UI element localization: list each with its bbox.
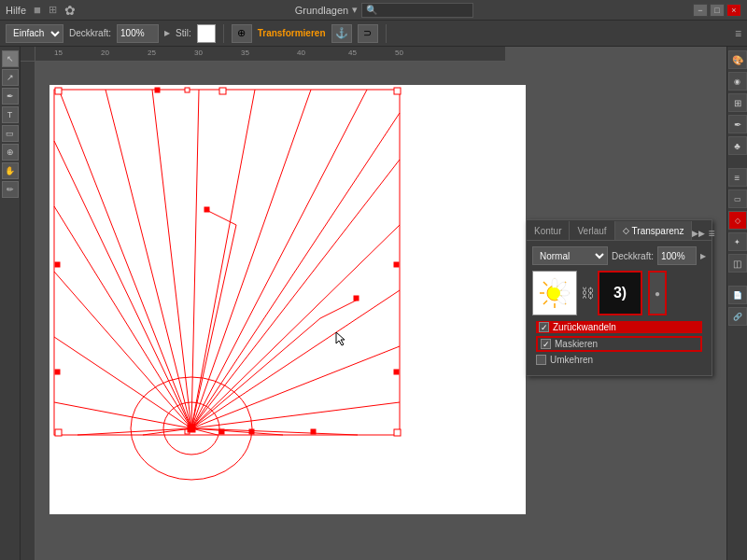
transparenz-icon: ◇ (623, 226, 629, 235)
anchor-btn[interactable]: ⚓ (331, 24, 352, 43)
svg-line-10 (191, 160, 400, 428)
svg-line-55 (543, 282, 547, 286)
grid-icon[interactable]: ⊞ (728, 93, 747, 112)
title-bar-right: − □ × (693, 4, 741, 17)
mask-extra-btn[interactable]: ● (648, 271, 667, 315)
workspace-arrow[interactable]: ▾ (352, 4, 358, 16)
maskieren-checkbox[interactable]: ✓ (541, 339, 551, 349)
svg-rect-38 (394, 262, 399, 267)
zurueckwandeln-checkbox[interactable]: ✓ (539, 322, 549, 332)
transform-icon-btn[interactable]: ⊕ (232, 24, 252, 43)
mode-select[interactable]: Einfach (6, 24, 63, 43)
chain-link[interactable]: ⛓ (581, 286, 594, 301)
align-icon[interactable]: ≡ (728, 168, 747, 187)
color-palette-icon[interactable]: 🎨 (728, 50, 747, 69)
ruler-corner (21, 47, 35, 62)
hilfe-menu[interactable]: Hilfe (6, 5, 26, 16)
svg-line-24 (54, 141, 191, 428)
blend-opacity-row: Normal Deckkraft: ▶ (532, 246, 706, 265)
svg-rect-29 (55, 88, 62, 94)
zurueckwandeln-row: ✓ Zurückwandeln (536, 321, 702, 333)
main-layout: ↖ ↗ ✒ T ▭ ⊕ ✋ ✏ 15 20 25 30 35 40 45 50 (0, 47, 747, 560)
svg-line-19 (78, 428, 191, 435)
svg-line-20 (54, 402, 191, 428)
svg-rect-33 (394, 429, 401, 436)
svg-rect-35 (185, 88, 190, 92)
grid-icon: ⊞ (49, 4, 57, 16)
opacity-input[interactable] (117, 24, 159, 43)
direct-select-tool[interactable]: ↗ (2, 69, 19, 86)
symbols-icon[interactable]: ♣ (728, 136, 747, 155)
svg-rect-48 (204, 207, 209, 212)
shape-tool[interactable]: ▭ (2, 125, 19, 142)
starburst-svg (49, 85, 526, 533)
svg-line-45 (320, 300, 358, 318)
eye-icon: ● (655, 288, 660, 299)
maskieren-label: Maskieren (555, 339, 598, 349)
layers-icon[interactable]: ◫ (728, 254, 747, 273)
search-input[interactable] (361, 3, 473, 18)
tab-kontur[interactable]: Kontur (527, 221, 570, 240)
mask-thumbnail[interactable]: 3) (598, 271, 642, 315)
eyedropper-tool[interactable]: ✏ (2, 181, 19, 198)
hand-tool[interactable]: ✋ (2, 162, 19, 179)
ruler-mark-45: 45 (348, 49, 357, 57)
stroke-icon[interactable]: ▭ (728, 189, 747, 208)
svg-line-8 (191, 90, 367, 428)
zurueckwandeln-label: Zurückwandeln (553, 322, 616, 332)
links-icon[interactable]: 🔗 (728, 307, 747, 326)
svg-rect-32 (55, 429, 62, 436)
ruler-mark-50: 50 (395, 49, 403, 57)
select-tool[interactable]: ↖ (2, 50, 19, 67)
pages-icon[interactable]: 📄 (728, 286, 747, 304)
pen-tool[interactable]: ✒ (2, 88, 19, 105)
brush-icon[interactable]: ✒ (728, 115, 747, 133)
effects-icon[interactable]: ✦ (728, 232, 747, 251)
object-thumbnail[interactable] (532, 271, 577, 315)
separator-1 (223, 24, 224, 43)
type-tool[interactable]: T (2, 106, 19, 123)
panel-expand-icon[interactable]: ▶▶ (692, 229, 705, 238)
panel-checkboxes: ✓ Zurückwandeln ✓ Maskieren Umkehren (532, 319, 706, 370)
svg-line-23 (54, 206, 191, 428)
panel-menu-icon[interactable]: ≡ (708, 227, 714, 240)
umkehren-checkbox[interactable] (536, 355, 546, 365)
panel-body: Normal Deckkraft: ▶ (527, 241, 712, 375)
minimize-button[interactable]: − (693, 4, 708, 17)
blend-mode-select[interactable]: Normal (532, 246, 608, 265)
style-swatch[interactable] (197, 24, 216, 43)
transform-button[interactable]: Transformieren (258, 28, 326, 38)
opacity-label: Deckkraft: (69, 28, 111, 38)
svg-point-63 (549, 287, 560, 299)
title-bar-center: Grundlagen ▾ (295, 3, 474, 18)
color-wheel-icon[interactable]: ◉ (728, 72, 747, 91)
ruler-mark-30: 30 (194, 49, 203, 57)
transparenz-label: Transparenz (632, 226, 684, 236)
svg-line-22 (54, 272, 191, 428)
opacity-value[interactable] (657, 246, 697, 265)
ruler-mark-25: 25 (148, 49, 156, 57)
close-button[interactable]: × (726, 4, 741, 17)
svg-rect-37 (55, 370, 60, 374)
workspace-label: Grundlagen (295, 5, 349, 16)
opacity-arrow: ▶ (164, 29, 170, 37)
transparency-icon[interactable]: ◇ (728, 211, 747, 230)
warp-btn[interactable]: ⊃ (358, 24, 378, 43)
zoom-tool[interactable]: ⊕ (2, 144, 19, 161)
svg-line-57 (543, 301, 547, 304)
svg-rect-36 (55, 262, 60, 267)
svg-line-3 (106, 90, 191, 428)
panel-menu-right[interactable]: ≡ (735, 27, 741, 40)
maximize-button[interactable]: □ (710, 4, 725, 17)
svg-rect-39 (394, 370, 399, 374)
svg-rect-44 (188, 425, 195, 432)
svg-line-12 (191, 290, 400, 428)
svg-line-11 (191, 225, 400, 428)
panel-tabs: Kontur Verlauf ◇ Transparenz ▶▶ ≡ (527, 220, 712, 241)
title-bar-left: Hilfe ■ ⊞ ✿ (6, 3, 76, 18)
tab-transparenz[interactable]: ◇ Transparenz (615, 221, 693, 240)
app-logo: ■ (34, 3, 41, 17)
flower-icon: ✿ (64, 3, 76, 18)
tab-verlauf[interactable]: Verlauf (570, 221, 614, 240)
options-bar: Einfach Deckkraft: ▶ Stil: ⊕ Transformie… (0, 21, 747, 47)
